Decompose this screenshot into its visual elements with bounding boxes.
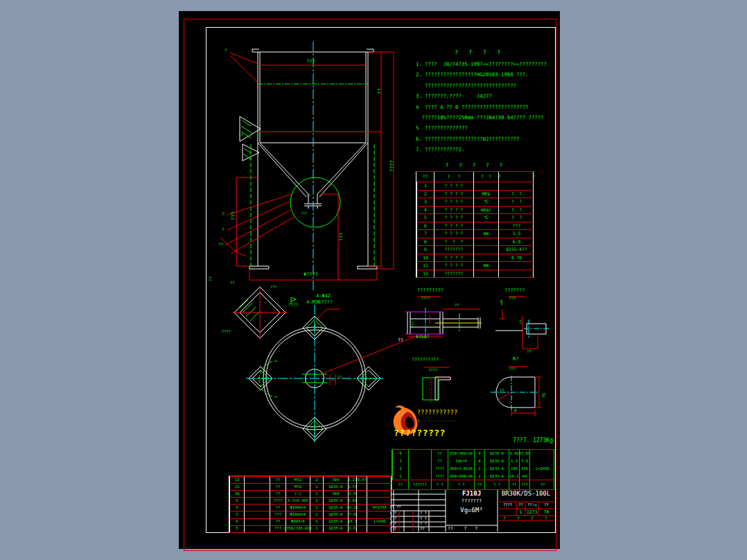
part-cell: 1.6 bbox=[348, 490, 356, 497]
part-cell: 3.61 bbox=[348, 497, 356, 504]
spec-cell-name: ? ? ? ? bbox=[434, 190, 473, 198]
dim-label: m bbox=[514, 408, 517, 412]
part-cell: 7.0 bbox=[348, 511, 356, 518]
dim-label: ??? bbox=[412, 321, 416, 328]
part-cell: 304 bbox=[323, 490, 348, 497]
part-cell: ?? bbox=[270, 490, 285, 497]
part-cell: Q235-A bbox=[323, 483, 348, 490]
spec-head-name: ? ? bbox=[434, 172, 473, 182]
spec-cell-no: 1 bbox=[416, 182, 434, 190]
signature-row: ?? bbox=[420, 527, 425, 532]
spec-cell-unit: MPa bbox=[473, 190, 498, 198]
part-cell bbox=[244, 490, 270, 497]
dim-label: ??? bbox=[509, 297, 516, 301]
part-cell bbox=[244, 511, 270, 518]
spec-cell-name: ? ? ? ? bbox=[434, 261, 473, 270]
part-cell: 0.4? bbox=[356, 476, 367, 483]
spec-cell-no: 10 bbox=[416, 254, 434, 262]
part-cell: Q235-A bbox=[484, 450, 509, 457]
mini-head-cell: ???? bbox=[499, 503, 516, 507]
spec-cell-name: ? ? ? ? bbox=[434, 229, 473, 238]
part-cell: Q235-A bbox=[484, 465, 509, 473]
part-cell: 6 bbox=[229, 518, 244, 525]
spec-table: ?? ? ? ? ? ? ? 1 ? ? ? ? 2 ? ? ? ? MPa ?… bbox=[416, 171, 534, 278]
part-cell: J60×3.6016 bbox=[448, 465, 474, 473]
dim-label: ??? bbox=[509, 367, 516, 371]
dim-label: ?? bbox=[337, 376, 342, 379]
part-cell: 37.68 bbox=[519, 450, 529, 457]
spec-cell-no: 9 bbox=[416, 245, 434, 254]
drawing-code: FJ10J bbox=[446, 491, 498, 497]
spec-cell-val: 1.5 bbox=[498, 229, 534, 238]
spec-cell-val: ? ? bbox=[498, 190, 534, 198]
dim-label: ? bbox=[225, 49, 227, 53]
spec-cell-unit bbox=[473, 270, 498, 278]
spec-cell-no: 11 bbox=[416, 261, 434, 270]
dim-label: ?? bbox=[306, 194, 310, 198]
dim-label: ?? bbox=[520, 320, 524, 324]
part-cell: 1.6 bbox=[348, 525, 356, 532]
part-cell: 1 bbox=[310, 483, 323, 490]
spec-cell-val bbox=[498, 261, 534, 270]
dim-label: ??? bbox=[306, 60, 315, 64]
part-cell: 8 bbox=[229, 504, 244, 511]
part-cell bbox=[367, 525, 392, 532]
part-cell bbox=[244, 518, 270, 525]
part-cell: 7 bbox=[229, 511, 244, 518]
revision-header: ?? ?? bbox=[389, 505, 401, 509]
spec-cell-no: 8 bbox=[416, 238, 434, 246]
total-weight-note: 7??7. 1273Kg bbox=[492, 438, 553, 444]
dim-label: ? bbox=[222, 227, 225, 231]
dim-label: ???? bbox=[288, 303, 298, 307]
part-cell bbox=[356, 511, 367, 518]
spec-cell-unit bbox=[473, 222, 498, 230]
dim-label: ?? bbox=[455, 304, 459, 308]
spec-cell-name: ? ? ? bbox=[434, 238, 473, 246]
signature-row: ? ? bbox=[389, 517, 396, 521]
dim-label: ??????? bbox=[504, 288, 525, 293]
spec-cell-val: Q235-A?? bbox=[498, 245, 534, 254]
dim-label: 4-Φ42 bbox=[316, 294, 331, 299]
qrow-cell: ? bbox=[517, 516, 520, 520]
part-cell: 9.42 bbox=[509, 450, 519, 457]
notes-block: 1. ???? JB/T4735-1997<<????????>>???????… bbox=[416, 61, 544, 157]
spec-head-val: ? ? bbox=[498, 172, 534, 182]
spec-cell-unit bbox=[473, 245, 498, 254]
dim-label: ?? bbox=[238, 133, 243, 137]
part-cell: 3 bbox=[392, 457, 408, 465]
part-cell: L=290 bbox=[367, 518, 392, 525]
weight-value: 1273 bbox=[525, 510, 538, 515]
part-cell bbox=[356, 525, 367, 532]
part-cell: 1 bbox=[310, 511, 323, 518]
part-cell: Q235-A bbox=[484, 457, 509, 465]
part-cell: Q235-A bbox=[323, 518, 348, 525]
dim-label: ??? bbox=[301, 212, 307, 216]
signature-row: ? ? bbox=[420, 522, 427, 526]
dim-label: ??? bbox=[231, 211, 236, 220]
spec-head-unit: ? ? bbox=[473, 172, 498, 182]
cad-viewer-canvas[interactable]: ???????????????Φ????????????????????????… bbox=[0, 0, 747, 560]
part-cell: 108 bbox=[509, 465, 519, 473]
part-cell: 4 bbox=[474, 457, 484, 465]
part-cell: H=1750 bbox=[367, 504, 392, 511]
part-cell bbox=[529, 450, 555, 457]
spec-cell-name: ? ? ? ? bbox=[434, 254, 473, 262]
part-cell bbox=[367, 476, 392, 483]
spec-cell-name: ? ? ? ? bbox=[434, 213, 473, 222]
spec-cell-name: ? ? ? ? bbox=[434, 198, 473, 206]
part-cell: 304 bbox=[323, 476, 348, 483]
spec-cell-unit bbox=[473, 238, 498, 246]
dim-label: ???? bbox=[390, 160, 395, 172]
spec-cell-unit: mm bbox=[473, 229, 498, 238]
signature-row: ? ? bbox=[389, 511, 396, 516]
dim-label: ??? bbox=[340, 232, 344, 241]
part-cell: 1.9 bbox=[509, 457, 519, 465]
scale-value: ?R bbox=[538, 510, 554, 515]
parts-list-lower: 12 ?? M?2 2 304 0.2? 0.4? 11 ?? M?2 1 Q2… bbox=[229, 475, 392, 533]
part-cell: 196×6 bbox=[448, 457, 474, 465]
volume-label: Vg=6M³ bbox=[446, 507, 498, 514]
logo-company-name: ????????? bbox=[394, 428, 446, 437]
part-cell: ??? bbox=[270, 511, 285, 518]
part-cell: 9 bbox=[229, 497, 244, 504]
part-cell: 1 bbox=[474, 465, 484, 473]
